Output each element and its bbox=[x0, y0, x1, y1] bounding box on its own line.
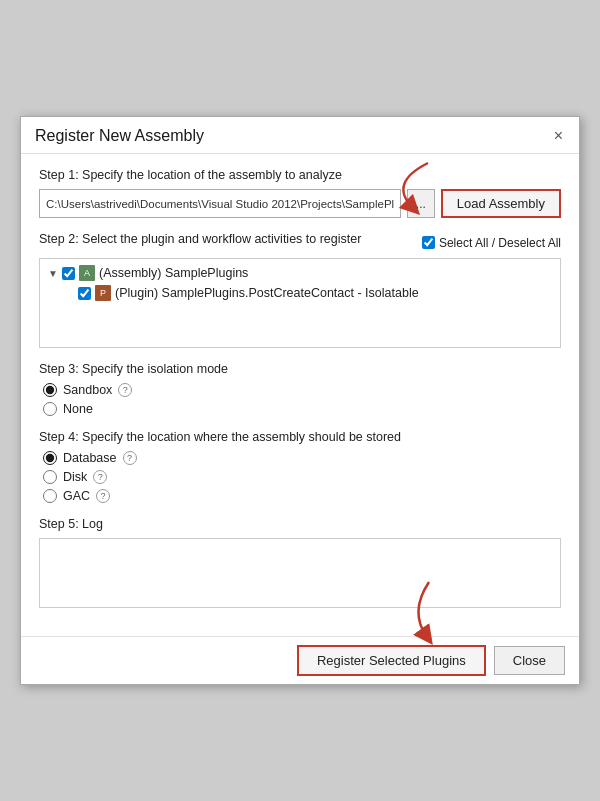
step3-label: Step 3: Specify the isolation mode bbox=[39, 362, 561, 376]
step4-section: Step 4: Specify the location where the a… bbox=[39, 430, 561, 503]
database-help-icon[interactable]: ? bbox=[123, 451, 137, 465]
register-dialog: Register New Assembly × Step 1: Specify … bbox=[20, 116, 580, 685]
register-button[interactable]: Register Selected Plugins bbox=[297, 645, 486, 676]
none-label: None bbox=[63, 402, 93, 416]
plugin-node-label: (Plugin) SamplePlugins.PostCreateContact… bbox=[115, 286, 419, 300]
none-radio[interactable] bbox=[43, 402, 57, 416]
location-radio-group: Database ? Disk ? GAC ? bbox=[39, 451, 561, 503]
assembly-tree-node: ▼ A (Assembly) SamplePlugins bbox=[48, 265, 552, 281]
select-all-checkbox[interactable] bbox=[422, 236, 435, 249]
plugin-icon: P bbox=[95, 285, 111, 301]
title-bar: Register New Assembly × bbox=[21, 117, 579, 154]
step5-section: Step 5: Log bbox=[39, 517, 561, 608]
log-box bbox=[39, 538, 561, 608]
assembly-icon: A bbox=[79, 265, 95, 281]
assembly-checkbox[interactable] bbox=[62, 267, 75, 280]
step3-section: Step 3: Specify the isolation mode Sandb… bbox=[39, 362, 561, 416]
assembly-node-label: (Assembly) SamplePlugins bbox=[99, 266, 248, 280]
plugin-tree-node: P (Plugin) SamplePlugins.PostCreateConta… bbox=[78, 285, 552, 301]
load-assembly-button[interactable]: Load Assembly bbox=[441, 189, 561, 218]
plugin-tree-box: ▼ A (Assembly) SamplePlugins P (Plugin) … bbox=[39, 258, 561, 348]
select-all-label[interactable]: Select All / Deselect All bbox=[422, 236, 561, 250]
gac-label: GAC bbox=[63, 489, 90, 503]
none-option: None bbox=[43, 402, 561, 416]
gac-help-icon[interactable]: ? bbox=[96, 489, 110, 503]
sandbox-radio[interactable] bbox=[43, 383, 57, 397]
path-row: ... Load Assembly bbox=[39, 189, 561, 218]
database-option: Database ? bbox=[43, 451, 561, 465]
tree-toggle[interactable]: ▼ bbox=[48, 268, 58, 279]
sandbox-option: Sandbox ? bbox=[43, 383, 561, 397]
browse-button[interactable]: ... bbox=[407, 189, 435, 218]
step1-label: Step 1: Specify the location of the asse… bbox=[39, 168, 561, 182]
step2-header: Step 2: Select the plugin and workflow a… bbox=[39, 232, 561, 253]
disk-radio[interactable] bbox=[43, 470, 57, 484]
isolation-radio-group: Sandbox ? None bbox=[39, 383, 561, 416]
assembly-path-input[interactable] bbox=[39, 189, 401, 218]
select-all-text: Select All / Deselect All bbox=[439, 236, 561, 250]
sandbox-label: Sandbox bbox=[63, 383, 112, 397]
disk-help-icon[interactable]: ? bbox=[93, 470, 107, 484]
gac-option: GAC ? bbox=[43, 489, 561, 503]
plugin-checkbox[interactable] bbox=[78, 287, 91, 300]
step2-label: Step 2: Select the plugin and workflow a… bbox=[39, 232, 361, 246]
disk-option: Disk ? bbox=[43, 470, 561, 484]
dialog-content: Step 1: Specify the location of the asse… bbox=[21, 154, 579, 636]
close-footer-button[interactable]: Close bbox=[494, 646, 565, 675]
close-button[interactable]: × bbox=[552, 128, 565, 144]
gac-radio[interactable] bbox=[43, 489, 57, 503]
step5-label: Step 5: Log bbox=[39, 517, 561, 531]
database-label: Database bbox=[63, 451, 117, 465]
disk-label: Disk bbox=[63, 470, 87, 484]
step2-section: Step 2: Select the plugin and workflow a… bbox=[39, 232, 561, 348]
dialog-footer: Register Selected Plugins Close bbox=[21, 636, 579, 684]
step4-label: Step 4: Specify the location where the a… bbox=[39, 430, 561, 444]
database-radio[interactable] bbox=[43, 451, 57, 465]
dialog-title: Register New Assembly bbox=[35, 127, 204, 145]
step1-section: Step 1: Specify the location of the asse… bbox=[39, 168, 561, 218]
sandbox-help-icon[interactable]: ? bbox=[118, 383, 132, 397]
